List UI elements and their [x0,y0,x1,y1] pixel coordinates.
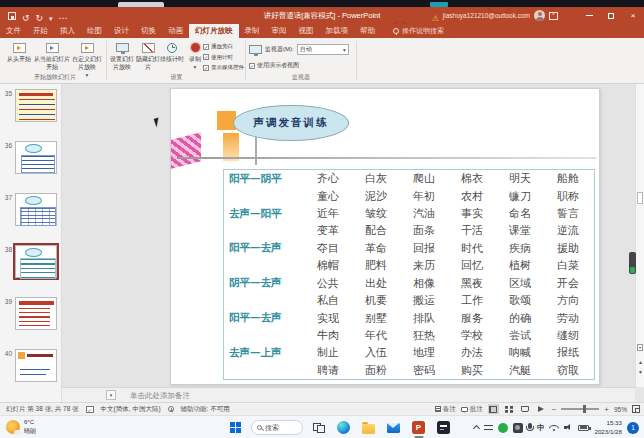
quick-access-more-icon[interactable] [59,7,68,25]
tab-审阅[interactable]: 审阅 [266,24,293,38]
tone-pair-label: 阳平—去声 [224,311,304,325]
taskbar-search[interactable]: 搜索 [251,420,303,435]
zoom-slider-thumb[interactable] [583,405,586,413]
weather-widget[interactable]: 6°C 晴朗 [6,418,36,435]
network-icon[interactable] [549,424,559,431]
slide-thumbnail-36[interactable]: 36 [2,141,61,174]
previous-slide-button[interactable] [636,359,644,365]
next-slide-button[interactable] [636,369,644,375]
notes-placeholder[interactable]: 单击此处添加备注 [130,391,190,401]
tab-动画[interactable]: 动画 [162,24,189,38]
fit-slide-icon[interactable] [632,405,640,413]
tab-设计[interactable]: 设计 [108,24,135,38]
slide-thumbnail-38[interactable]: 38 [2,245,61,278]
slide-thumbnail-35[interactable]: 35 [2,89,61,122]
tab-切换[interactable]: 切换 [135,24,162,38]
powerpoint-app-button[interactable]: P [410,419,427,436]
tab-视图[interactable]: 视图 [293,24,320,38]
notes-collapse-button[interactable] [106,390,116,400]
from-current-slide-button[interactable]: 从当前幻灯片开始 [34,38,70,72]
presenter-view-checkbox[interactable]: 使用演示者视图 [249,61,355,70]
tray-app-icon[interactable] [513,423,523,433]
settings-sliders-icon[interactable] [484,424,493,432]
start-button[interactable] [228,420,243,435]
tab-插入[interactable]: 插入 [54,24,81,38]
slide-thumbnail-37[interactable]: 37 [2,193,61,226]
accessibility-status[interactable]: 辅助功能: 不可用 [181,405,230,414]
undo-icon[interactable] [22,7,30,25]
word-cell: 购买 [448,363,496,378]
tab-加载项[interactable]: 加载项 [320,24,355,38]
notification-badge[interactable]: 1 [627,422,639,434]
notes-toggle[interactable]: 备注 [435,405,456,414]
vertical-scrollbar[interactable] [635,84,644,387]
checkbox-使用计时[interactable]: 使用计时 [203,54,244,61]
table-row: 聘请面粉密码购买汽艇窃取 [224,362,594,379]
slide-thumbnail-39[interactable]: 39 [2,297,61,330]
avatar[interactable] [534,10,545,21]
save-icon[interactable] [8,12,16,20]
edge-app-button[interactable] [335,419,352,436]
account-email[interactable]: jiashuya121210@outlook.com [443,12,530,19]
file-explorer-button[interactable] [360,420,377,436]
slide[interactable]: 声调发音训练 阳平—阴平齐心白灰爬山棉衣明天船舱童心泥沙年初农村镰刀职称去声—阳… [170,88,600,385]
slide-thumbnail-40[interactable]: 40 [2,349,61,382]
microphone-icon[interactable] [528,423,532,429]
tab-帮助[interactable]: 帮助 [354,24,381,38]
task-view-button[interactable] [311,421,327,435]
tab-文件[interactable]: 文件 [0,24,27,38]
quick-access-dropdown-icon[interactable] [49,7,53,25]
tab-绘图[interactable]: 绘图 [81,24,108,38]
zoom-level[interactable]: 95% [614,406,627,413]
slide-title-oval[interactable]: 声调发音训练 [233,105,349,141]
language-indicator[interactable]: 中文(简体, 中国大陆) [101,405,161,414]
tab-开始[interactable]: 开始 [27,24,54,38]
word-cell: 职称 [544,189,592,204]
redo-icon[interactable] [36,7,44,25]
tab-幻灯片放映[interactable]: 幻灯片放映 [189,24,239,38]
zoom-in-button[interactable]: + [604,405,609,414]
reading-view-button[interactable] [520,404,531,414]
notes-pane[interactable]: 单击此处添加备注 [62,387,635,402]
setup-slideshow-button[interactable]: 设置幻灯片放映 [108,38,136,72]
green-app-icon[interactable] [498,423,508,433]
slide-counter: 幻灯片 第 38 张, 共 78 张 [6,405,79,414]
checkbox-icon [203,65,209,71]
zoom-slider[interactable] [561,408,599,410]
mail-app-button[interactable] [385,421,402,435]
from-beginning-button[interactable]: 从头开始 [4,38,34,72]
word-cell: 聘请 [304,363,352,378]
slide-title: 声调发音训练 [254,116,329,130]
overlay-widget[interactable] [629,252,636,274]
comments-toggle[interactable]: 批注 [461,405,483,414]
scrollbar-thumb[interactable] [637,192,643,204]
volume-icon[interactable] [564,424,573,432]
close-button[interactable]: × [622,7,644,24]
normal-view-button[interactable] [488,404,499,414]
clock[interactable]: 15:33 2023/1/28 [594,419,622,436]
split-handle-icon[interactable] [637,344,643,351]
word-cell: 变革 [304,223,352,238]
word-cell: 面条 [400,223,448,238]
checkbox-播放旁白[interactable]: 播放旁白 [203,43,244,50]
zoom-out-button[interactable]: − [552,405,557,414]
hide-slide-button[interactable]: 隐藏幻灯片 [136,38,160,72]
warning-icon[interactable] [432,7,439,25]
hidden-icons-chevron[interactable] [473,425,480,432]
tell-me-search[interactable]: 操作说明搜索 [393,24,444,38]
tab-录制[interactable]: 录制 [239,24,266,38]
slide-sorter-button[interactable] [504,404,515,414]
tone-table[interactable]: 阳平—阴平齐心白灰爬山棉衣明天船舱童心泥沙年初农村镰刀职称去声—阳平近年皱纹汽油… [223,169,595,380]
input-method-indicator[interactable]: 中 [537,423,545,433]
maximize-button[interactable] [600,7,622,24]
rehearse-timings-button[interactable]: 排练计时 [160,38,184,72]
ribbon-display-options-icon[interactable] [549,12,558,20]
slideshow-view-button[interactable] [536,404,547,414]
monitor-select[interactable]: 自动 [297,44,349,55]
slide-number: 36 [2,141,12,174]
checkbox-显示媒体控件[interactable]: 显示媒体控件 [203,64,244,71]
minimize-button[interactable] [578,7,600,24]
battery-icon[interactable] [578,425,589,431]
media-app-button[interactable] [435,419,452,436]
proofing-icon[interactable] [86,406,94,413]
